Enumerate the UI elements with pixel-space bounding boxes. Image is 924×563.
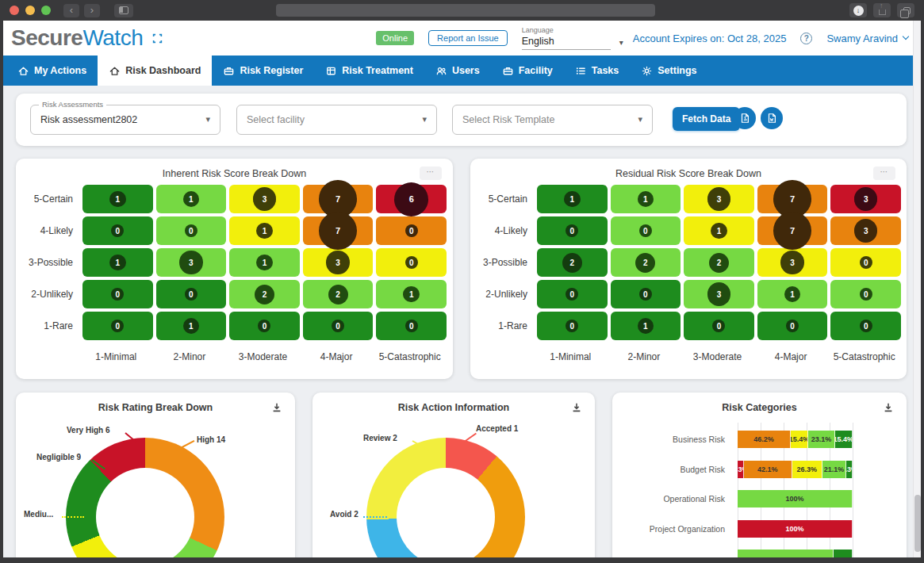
tab-label: My Actions (34, 65, 86, 76)
heatmap-cell: 0 (82, 312, 153, 340)
tab-overview-button[interactable] (897, 3, 914, 17)
risk-count-bubble: 0 (405, 224, 418, 237)
briefcase-icon (223, 65, 235, 77)
slice-leader-line (176, 440, 195, 451)
share-button[interactable] (873, 3, 891, 17)
address-bar[interactable] (276, 4, 655, 17)
tab-label: Risk Dashboard (125, 65, 201, 76)
risk-count-bubble: 1 (256, 223, 273, 239)
downloads-button[interactable]: ↓ (849, 3, 867, 17)
export-word-button[interactable] (761, 107, 783, 129)
heatmap-cell: 0 (376, 248, 447, 277)
board-icon (325, 65, 337, 77)
browser-back-button[interactable]: ‹ (63, 4, 79, 17)
heatmap-cell: 0 (537, 280, 608, 308)
user-menu[interactable]: Swamy Aravind (826, 33, 908, 44)
tab-my-actions[interactable]: My Actions (6, 56, 98, 86)
heatmap-cell: 1 (757, 280, 828, 308)
chart-title: Inherent Risk Score Break Down (16, 168, 453, 179)
report-issue-button[interactable]: Report an Issue (428, 30, 508, 46)
heatmap-cell: 1 (156, 312, 227, 340)
tab-label: Facility (519, 65, 553, 76)
chart-callouts: Accepted 1Review 2Avoid 2 (312, 393, 595, 557)
facility-select[interactable]: Select facility (236, 105, 437, 135)
page-scrollbar[interactable] (913, 21, 921, 557)
risk-count-bubble: 1 (638, 191, 654, 208)
stacked-bar: 100% (738, 490, 853, 507)
fetch-data-button[interactable]: Fetch Data (673, 107, 740, 131)
risk-assessment-select[interactable]: Risk Assessments Risk assessment2802 (30, 105, 220, 135)
sidebar-toggle-button[interactable] (114, 4, 133, 17)
fullscreen-icon[interactable] (152, 33, 163, 47)
heatmap-cell: 3 (684, 185, 754, 213)
risk-count-bubble: 0 (566, 320, 578, 332)
bar-segment: 100% (738, 490, 853, 507)
tab-risk-treatment[interactable]: Risk Treatment (314, 56, 424, 86)
minimize-window-button[interactable] (25, 6, 35, 15)
export-pdf-button[interactable] (734, 107, 756, 129)
heatmap-cell: 3 (830, 185, 901, 213)
home-icon (17, 65, 29, 77)
gear-icon (641, 65, 653, 77)
help-icon[interactable]: ? (800, 33, 812, 44)
risk-count-bubble: 2 (709, 253, 729, 273)
app-logo: SecureWatch (11, 25, 143, 51)
bar-segment: 46.2% (738, 431, 791, 448)
heatmap-cell: 0 (156, 280, 227, 308)
slice-label: Review 2 (363, 434, 397, 442)
card-menu-button[interactable]: ⋯ (420, 167, 442, 180)
risk-template-placeholder: Select Risk Template (462, 114, 555, 125)
row-label: 2-Unlikely (22, 280, 79, 308)
header-right: Online Report an Issue Language English … (376, 21, 908, 56)
tab-users[interactable]: Users (424, 56, 491, 86)
category-label: Budget Risk (612, 465, 731, 474)
risk-count-bubble: 0 (566, 224, 578, 237)
heatmap-cell: 0 (229, 312, 300, 340)
row-label: 2-Unlikely (477, 280, 534, 308)
column-label: 2-Minor (153, 348, 227, 362)
browser-chrome: ‹ › ↓ (0, 0, 924, 21)
card-menu-button[interactable]: ⋯ (873, 167, 895, 180)
tab-settings[interactable]: Settings (630, 56, 707, 86)
heatmap-cell: 3 (830, 216, 901, 245)
filter-bar: Risk Assessments Risk assessment2802 Sel… (16, 94, 907, 146)
row-label: 3-Possible (22, 248, 79, 277)
risk-count-bubble: 1 (638, 318, 654, 335)
risk-count-bubble: 2 (328, 285, 348, 304)
bar-segment: 26.3% (792, 461, 822, 478)
bar-segment: 23.1% (808, 431, 834, 448)
risk-count-bubble: 3 (707, 187, 731, 211)
heatmap-cell: 3 (684, 280, 754, 308)
risk-count-bubble: 0 (258, 320, 270, 332)
heatmap-cell: 0 (830, 248, 901, 277)
slice-label: High 14 (197, 435, 225, 444)
logo-watch: Watch (82, 25, 143, 50)
risk-count-bubble: 1 (109, 191, 126, 208)
heatmap-cell: 0 (376, 216, 447, 245)
browser-forward-button[interactable]: › (84, 4, 100, 17)
scrollbar-thumb[interactable] (914, 495, 921, 552)
heatmap-cell: 0 (156, 216, 227, 245)
close-window-button[interactable] (10, 6, 19, 15)
stacked-bar: 100% (738, 520, 853, 538)
heatmap-cell: 2 (611, 248, 681, 277)
heatmap-cell: 1 (611, 312, 681, 340)
tab-tasks[interactable]: Tasks (564, 56, 631, 86)
column-label: 3-Moderate (681, 348, 754, 362)
zoom-window-button[interactable] (41, 6, 51, 15)
risk-count-bubble: 3 (326, 251, 350, 274)
risk-template-select[interactable]: Select Risk Template (452, 105, 653, 135)
heatmap-cell: 0 (82, 280, 153, 308)
category-label: Project Organization (612, 524, 731, 534)
tab-facility[interactable]: Facility (491, 56, 564, 86)
row-label: 4-Likely (477, 216, 534, 245)
slice-leader-line (462, 433, 477, 443)
tab-risk-register[interactable]: Risk Register (212, 56, 314, 86)
language-select[interactable]: Language English (522, 26, 611, 50)
heatmap-grid: 5-Certain113764-Likely001703-Possible131… (22, 185, 447, 340)
file-pdf-icon (739, 113, 750, 124)
slice-leader-line (363, 516, 387, 518)
page-content: SecureWatch Online Report an Issue Langu… (3, 21, 921, 557)
tab-risk-dashboard[interactable]: Risk Dashboard (98, 56, 212, 86)
risk-count-bubble: 0 (185, 288, 197, 301)
